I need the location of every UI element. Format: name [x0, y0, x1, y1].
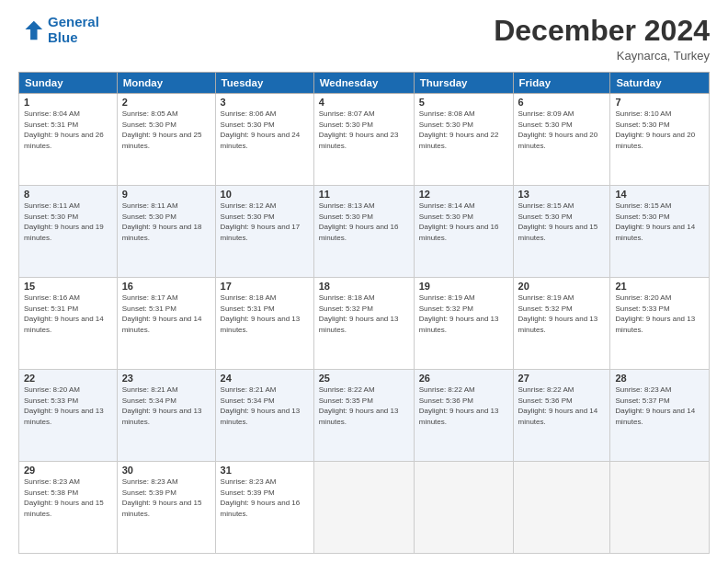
day-number: 28: [615, 373, 704, 384]
calendar-cell-2: 2Sunrise: 8:05 AMSunset: 5:30 PMDaylight…: [117, 94, 215, 186]
calendar-cell-26: 26Sunrise: 8:22 AMSunset: 5:36 PMDayligh…: [414, 370, 513, 462]
month-title: December 2024: [494, 15, 710, 47]
day-info: Sunrise: 8:14 AMSunset: 5:30 PMDaylight:…: [419, 201, 508, 243]
day-info: Sunrise: 8:22 AMSunset: 5:35 PMDaylight:…: [319, 385, 409, 427]
logo: General Blue: [18, 15, 99, 45]
calendar-cell-18: 18Sunrise: 8:18 AMSunset: 5:32 PMDayligh…: [313, 278, 414, 370]
day-number: 27: [518, 373, 606, 384]
calendar-cell-15: 15Sunrise: 8:16 AMSunset: 5:31 PMDayligh…: [19, 278, 118, 370]
calendar-cell-22: 22Sunrise: 8:20 AMSunset: 5:33 PMDayligh…: [19, 370, 118, 462]
day-number: 9: [122, 189, 210, 200]
day-number: 4: [319, 97, 409, 108]
calendar-cell-25: 25Sunrise: 8:22 AMSunset: 5:35 PMDayligh…: [313, 370, 414, 462]
logo-line2: Blue: [48, 29, 78, 45]
calendar-cell-11: 11Sunrise: 8:13 AMSunset: 5:30 PMDayligh…: [313, 186, 414, 278]
day-number: 20: [518, 281, 606, 292]
calendar-table: SundayMondayTuesdayWednesdayThursdayFrid…: [18, 72, 710, 554]
page: General Blue December 2024 Kaynarca, Tur…: [0, 0, 728, 563]
day-info: Sunrise: 8:18 AMSunset: 5:31 PMDaylight:…: [221, 293, 309, 335]
day-info: Sunrise: 8:11 AMSunset: 5:30 PMDaylight:…: [122, 201, 210, 243]
calendar-cell-16: 16Sunrise: 8:17 AMSunset: 5:31 PMDayligh…: [117, 278, 215, 370]
day-number: 30: [122, 465, 210, 476]
day-info: Sunrise: 8:21 AMSunset: 5:34 PMDaylight:…: [122, 385, 210, 427]
logo-text: General Blue: [48, 15, 99, 45]
calendar-cell-12: 12Sunrise: 8:14 AMSunset: 5:30 PMDayligh…: [414, 186, 513, 278]
day-number: 23: [122, 373, 210, 384]
weekday-header-row: SundayMondayTuesdayWednesdayThursdayFrid…: [19, 73, 710, 94]
calendar-cell-23: 23Sunrise: 8:21 AMSunset: 5:34 PMDayligh…: [117, 370, 215, 462]
day-info: Sunrise: 8:21 AMSunset: 5:34 PMDaylight:…: [221, 385, 309, 427]
calendar-cell-31: 31Sunrise: 8:23 AMSunset: 5:39 PMDayligh…: [215, 462, 313, 554]
calendar-cell-3: 3Sunrise: 8:06 AMSunset: 5:30 PMDaylight…: [215, 94, 313, 186]
day-number: 21: [615, 281, 704, 292]
day-number: 14: [615, 189, 704, 200]
calendar-row-0: 1Sunrise: 8:04 AMSunset: 5:31 PMDaylight…: [19, 94, 710, 186]
calendar-row-4: 29Sunrise: 8:23 AMSunset: 5:38 PMDayligh…: [19, 462, 710, 554]
title-block: December 2024 Kaynarca, Turkey: [494, 15, 710, 63]
weekday-header-sunday: Sunday: [19, 73, 118, 94]
day-number: 18: [319, 281, 409, 292]
day-info: Sunrise: 8:23 AMSunset: 5:37 PMDaylight:…: [615, 385, 704, 427]
day-info: Sunrise: 8:12 AMSunset: 5:30 PMDaylight:…: [221, 201, 309, 243]
day-info: Sunrise: 8:11 AMSunset: 5:30 PMDaylight:…: [24, 201, 112, 243]
calendar-row-2: 15Sunrise: 8:16 AMSunset: 5:31 PMDayligh…: [19, 278, 710, 370]
day-number: 24: [221, 373, 309, 384]
day-number: 10: [221, 189, 309, 200]
calendar-cell-20: 20Sunrise: 8:19 AMSunset: 5:32 PMDayligh…: [513, 278, 610, 370]
day-info: Sunrise: 8:17 AMSunset: 5:31 PMDaylight:…: [122, 293, 210, 335]
day-number: 19: [419, 281, 508, 292]
weekday-header-wednesday: Wednesday: [313, 73, 414, 94]
day-number: 12: [419, 189, 508, 200]
calendar-cell-30: 30Sunrise: 8:23 AMSunset: 5:39 PMDayligh…: [117, 462, 215, 554]
calendar-cell-29: 29Sunrise: 8:23 AMSunset: 5:38 PMDayligh…: [19, 462, 118, 554]
calendar-cell-9: 9Sunrise: 8:11 AMSunset: 5:30 PMDaylight…: [117, 186, 215, 278]
day-info: Sunrise: 8:22 AMSunset: 5:36 PMDaylight:…: [419, 385, 508, 427]
weekday-header-friday: Friday: [513, 73, 610, 94]
day-number: 31: [221, 465, 309, 476]
day-info: Sunrise: 8:04 AMSunset: 5:31 PMDaylight:…: [24, 109, 112, 151]
day-number: 3: [221, 97, 309, 108]
weekday-header-thursday: Thursday: [414, 73, 513, 94]
day-number: 25: [319, 373, 409, 384]
day-info: Sunrise: 8:20 AMSunset: 5:33 PMDaylight:…: [24, 385, 112, 427]
day-info: Sunrise: 8:07 AMSunset: 5:30 PMDaylight:…: [319, 109, 409, 151]
day-number: 2: [122, 97, 210, 108]
day-number: 8: [24, 189, 112, 200]
day-info: Sunrise: 8:10 AMSunset: 5:30 PMDaylight:…: [615, 109, 704, 151]
day-number: 16: [122, 281, 210, 292]
weekday-header-monday: Monday: [117, 73, 215, 94]
day-info: Sunrise: 8:06 AMSunset: 5:30 PMDaylight:…: [221, 109, 309, 151]
calendar-cell-14: 14Sunrise: 8:15 AMSunset: 5:30 PMDayligh…: [610, 186, 710, 278]
calendar-cell-24: 24Sunrise: 8:21 AMSunset: 5:34 PMDayligh…: [215, 370, 313, 462]
calendar-cell-17: 17Sunrise: 8:18 AMSunset: 5:31 PMDayligh…: [215, 278, 313, 370]
calendar-cell-empty: [513, 462, 610, 554]
weekday-header-saturday: Saturday: [610, 73, 710, 94]
day-number: 6: [518, 97, 606, 108]
header: General Blue December 2024 Kaynarca, Tur…: [18, 15, 710, 63]
calendar-cell-7: 7Sunrise: 8:10 AMSunset: 5:30 PMDaylight…: [610, 94, 710, 186]
day-info: Sunrise: 8:23 AMSunset: 5:39 PMDaylight:…: [122, 477, 210, 519]
calendar-cell-empty: [414, 462, 513, 554]
calendar-cell-21: 21Sunrise: 8:20 AMSunset: 5:33 PMDayligh…: [610, 278, 710, 370]
day-info: Sunrise: 8:13 AMSunset: 5:30 PMDaylight:…: [319, 201, 409, 243]
day-number: 17: [221, 281, 309, 292]
day-info: Sunrise: 8:19 AMSunset: 5:32 PMDaylight:…: [419, 293, 508, 335]
calendar-cell-empty: [313, 462, 414, 554]
location: Kaynarca, Turkey: [494, 49, 710, 63]
calendar-cell-5: 5Sunrise: 8:08 AMSunset: 5:30 PMDaylight…: [414, 94, 513, 186]
calendar-cell-19: 19Sunrise: 8:19 AMSunset: 5:32 PMDayligh…: [414, 278, 513, 370]
day-number: 29: [24, 465, 112, 476]
day-info: Sunrise: 8:16 AMSunset: 5:31 PMDaylight:…: [24, 293, 112, 335]
day-number: 5: [419, 97, 508, 108]
day-info: Sunrise: 8:20 AMSunset: 5:33 PMDaylight:…: [615, 293, 704, 335]
calendar-cell-13: 13Sunrise: 8:15 AMSunset: 5:30 PMDayligh…: [513, 186, 610, 278]
calendar-row-3: 22Sunrise: 8:20 AMSunset: 5:33 PMDayligh…: [19, 370, 710, 462]
svg-marker-0: [25, 20, 42, 40]
day-info: Sunrise: 8:18 AMSunset: 5:32 PMDaylight:…: [319, 293, 409, 335]
logo-line1: General: [48, 14, 99, 29]
calendar-cell-6: 6Sunrise: 8:09 AMSunset: 5:30 PMDaylight…: [513, 94, 610, 186]
day-info: Sunrise: 8:15 AMSunset: 5:30 PMDaylight:…: [518, 201, 606, 243]
day-info: Sunrise: 8:08 AMSunset: 5:30 PMDaylight:…: [419, 109, 508, 151]
day-number: 1: [24, 97, 112, 108]
day-number: 11: [319, 189, 409, 200]
